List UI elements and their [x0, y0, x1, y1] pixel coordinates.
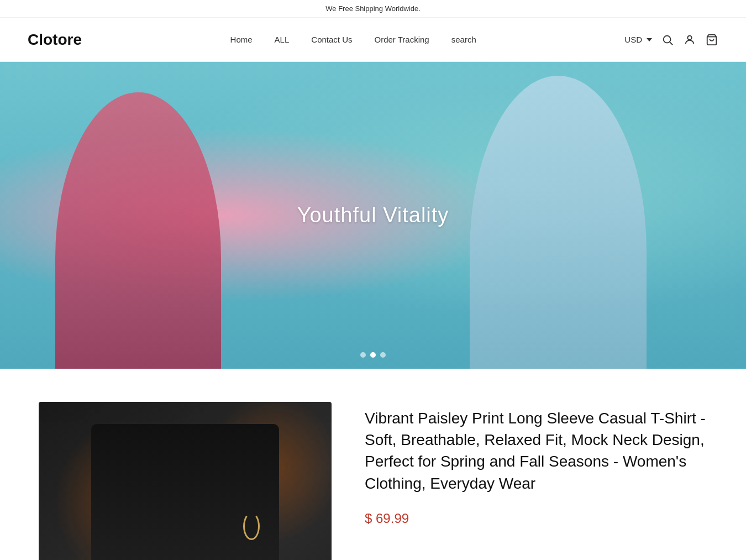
- product-price: $ 69.99: [365, 511, 707, 526]
- nav-item-search[interactable]: search: [451, 35, 476, 45]
- search-icon-button[interactable]: [661, 33, 674, 46]
- nav-item-order-tracking[interactable]: Order Tracking: [375, 35, 429, 45]
- chevron-down-icon: [647, 38, 652, 41]
- svg-point-2: [687, 35, 691, 39]
- svg-point-0: [664, 35, 671, 43]
- cart-icon: [706, 34, 718, 46]
- hero-section: Youthful Vitality: [0, 62, 746, 369]
- search-icon: [661, 34, 674, 46]
- currency-label: USD: [624, 35, 642, 44]
- carousel-dot-2[interactable]: [370, 352, 376, 358]
- hero-title: Youthful Vitality: [297, 203, 449, 227]
- account-icon-button[interactable]: [683, 33, 696, 46]
- account-icon: [684, 34, 696, 46]
- nav-link-order-tracking[interactable]: Order Tracking: [375, 35, 429, 44]
- nav-link-contact[interactable]: Contact Us: [311, 35, 352, 44]
- navbar: Clotore Home ALL Contact Us Order Tracki…: [0, 18, 746, 62]
- nav-item-all[interactable]: ALL: [275, 35, 290, 45]
- product-image: [39, 402, 332, 560]
- carousel-dots: [360, 352, 386, 358]
- product-title: Vibrant Paisley Print Long Sleeve Casual…: [365, 407, 707, 494]
- product-section: Vibrant Paisley Print Long Sleeve Casual…: [0, 369, 746, 560]
- nav-link-all[interactable]: ALL: [275, 35, 290, 44]
- nav-links: Home ALL Contact Us Order Tracking searc…: [230, 35, 476, 45]
- announcement-text: We Free Shipping Worldwide.: [325, 4, 421, 13]
- logo[interactable]: Clotore: [28, 31, 82, 49]
- carousel-dot-1[interactable]: [360, 352, 366, 358]
- hero-text: Youthful Vitality: [297, 203, 449, 227]
- announcement-bar: We Free Shipping Worldwide.: [0, 0, 746, 18]
- nav-link-search[interactable]: search: [451, 35, 476, 44]
- currency-selector[interactable]: USD: [624, 35, 652, 44]
- cart-icon-button[interactable]: [705, 33, 718, 46]
- nav-icons: USD: [624, 33, 718, 46]
- nav-link-home[interactable]: Home: [230, 35, 253, 44]
- earring-decoration: [243, 512, 260, 540]
- product-info: Vibrant Paisley Print Long Sleeve Casual…: [365, 402, 707, 526]
- carousel-dot-3[interactable]: [380, 352, 386, 358]
- nav-item-contact[interactable]: Contact Us: [311, 35, 352, 45]
- svg-line-1: [670, 42, 673, 45]
- nav-item-home[interactable]: Home: [230, 35, 253, 45]
